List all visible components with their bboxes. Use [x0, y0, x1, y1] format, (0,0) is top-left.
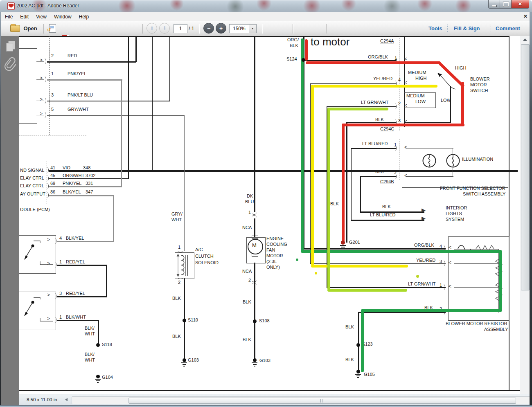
wire-break-symbol [252, 212, 257, 215]
diagram-label: S124 [286, 56, 297, 61]
pin-arc [442, 284, 445, 290]
zoom-out-button[interactable]: − [203, 23, 214, 34]
diagram-label: PNK/YEL [68, 71, 86, 76]
connector-arrow-icon: < [449, 284, 451, 289]
diagram-label: MEDIUM [408, 70, 426, 75]
diagram-label: BLOWER [470, 76, 490, 81]
vertical-scrollbar-thumb[interactable] [521, 44, 530, 290]
diagram-label: LOW [415, 99, 426, 104]
diagram-label: G104 [102, 375, 113, 380]
page-number-input[interactable] [174, 24, 187, 33]
diagram-label: C294B [380, 179, 394, 184]
diagram-label: M [252, 243, 257, 248]
diagram-label: LT BLU/RED [362, 141, 388, 146]
ground-symbol [97, 382, 99, 383]
menu-file[interactable]: File [1, 13, 16, 21]
menu-window[interactable]: Window [50, 13, 75, 21]
menu-view[interactable]: View [32, 13, 50, 21]
splice-dot [253, 319, 257, 323]
scroll-left-icon[interactable] [65, 398, 68, 401]
wire-segment [304, 248, 446, 250]
diagram-label: ODULE (PCM) [20, 207, 50, 212]
connector-arrow-icon: < [449, 260, 451, 265]
splice-dot [416, 275, 419, 278]
diagram-label: BLK [172, 296, 181, 301]
pin-arc [43, 58, 46, 64]
diagram-label: 2 [51, 53, 54, 58]
diagram-label: 348 [83, 165, 90, 170]
diagram-label: BLK/ [85, 352, 95, 357]
fill-sign-panel-button[interactable]: Fill & Sign [454, 23, 480, 34]
connector-arrow-icon: > [40, 111, 43, 116]
zoom-in-button[interactable]: + [216, 23, 226, 34]
diagram-label: BLK/WHT [66, 315, 86, 319]
diagram-label: AY OUTPUT [20, 191, 45, 196]
diagram-label: GRY/ [171, 211, 183, 216]
diagram-label: LT BLU/RED [370, 212, 396, 217]
diagram-label: C294A [380, 38, 394, 43]
component-box [19, 235, 56, 274]
wire-segment [47, 61, 136, 63]
diagram-label: MOTOR [266, 253, 283, 258]
diagram-label: ORG/ [287, 37, 299, 42]
menu-help[interactable]: Help [75, 13, 93, 21]
open-button[interactable]: Open [5, 23, 42, 34]
scroll-up-icon[interactable] [523, 38, 527, 41]
pdf-wiring-diagram-page: 2RED1PNK/YEL3PNK/LT BLU5GRY/WHTND SIGNAL… [19, 36, 520, 394]
wire-highlight [301, 38, 304, 252]
maximize-button[interactable] [500, 0, 512, 9]
ground-symbol [183, 364, 186, 365]
wire-segment [152, 36, 153, 171]
component-box [402, 138, 508, 188]
wire-segment [450, 86, 451, 123]
page-thumbnails-icon[interactable] [5, 41, 16, 53]
ground-symbol [253, 364, 257, 365]
diagram-label: 4 [398, 77, 401, 82]
diagram-label: BLK [330, 201, 339, 206]
connector-arrow-icon: > [40, 76, 43, 81]
diagram-label: DK [247, 193, 253, 198]
vertical-scrollbar[interactable] [520, 36, 530, 394]
next-page-button[interactable]: ⬇ [159, 23, 170, 34]
diagram-label: FAN [266, 247, 275, 252]
diagram-label: BLK [375, 169, 384, 174]
ground-symbol [96, 380, 100, 381]
diagram-label: ORG/BLK [368, 54, 388, 59]
diagram-label: to motor [311, 36, 349, 48]
previous-page-button[interactable]: ⬆ [147, 23, 157, 34]
diagram-label: 4 [440, 244, 442, 249]
diagram-label: BLU [245, 199, 254, 204]
horizontal-scrollbar-thumb[interactable] [128, 398, 516, 404]
close-icon: ✕ [518, 1, 522, 7]
pin-arc [53, 293, 56, 299]
diagram-label: VIO [63, 165, 70, 170]
diagram-label: BLK/YEL [66, 236, 84, 241]
attachments-paperclip-icon[interactable] [5, 57, 16, 70]
close-button[interactable]: ✕ [511, 0, 529, 9]
hide-toolbar-close-icon[interactable]: ✕ [523, 13, 527, 19]
comment-panel-button[interactable]: Comment [496, 23, 520, 34]
splice-dot [302, 58, 305, 62]
zoom-level-select[interactable]: 150%▼ [229, 24, 257, 33]
wire-segment [327, 106, 397, 107]
diagram-label: 331 [86, 181, 93, 186]
splice-dot [315, 272, 317, 274]
splice-dot [356, 370, 360, 373]
pin-arc [45, 167, 49, 173]
window-title: 2002 AC.pdf - Adobe Reader [16, 3, 79, 9]
wire-segment [358, 312, 359, 372]
tools-panel-button[interactable]: Tools [428, 23, 442, 34]
splice-dot [253, 358, 257, 362]
wire-highlight [311, 265, 408, 268]
connector-arrow-icon: > [47, 261, 50, 266]
diagram-label: NCA [242, 269, 252, 274]
menu-edit[interactable]: Edit [16, 13, 32, 21]
diagram-label: C294C [380, 126, 394, 131]
export-pdf-button[interactable]: ↺ [47, 23, 58, 34]
diagram-label: 2 [178, 280, 180, 285]
horizontal-scrollbar[interactable] [72, 396, 532, 404]
diagram-label: SWITCH ASSEMBLY [463, 191, 505, 196]
diagram-label: SYSTEM [446, 217, 464, 222]
minimize-button[interactable] [488, 0, 500, 9]
wire-segment [254, 218, 255, 237]
